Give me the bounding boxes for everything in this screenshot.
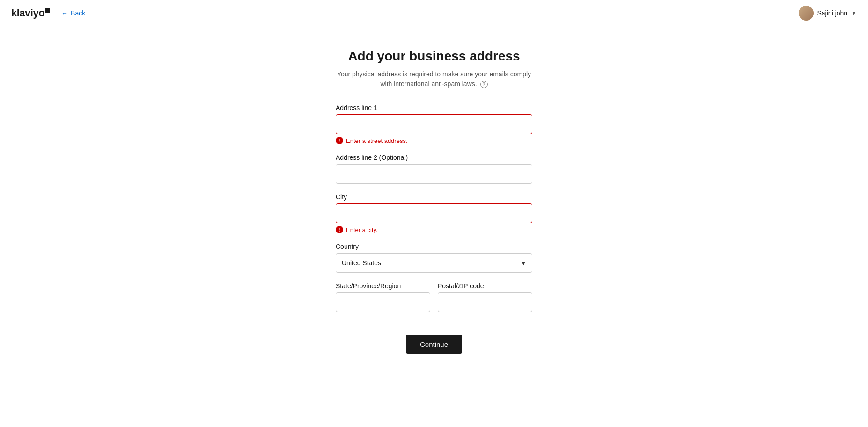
address-line1-group: Address line 1 ! Enter a street address. <box>336 104 532 144</box>
postal-group: Postal/ZIP code <box>438 282 532 312</box>
continue-button[interactable]: Continue <box>406 335 462 354</box>
address-line1-input[interactable] <box>336 114 532 134</box>
country-select[interactable]: United States Canada United Kingdom Aust… <box>336 253 532 273</box>
subtitle-line1: Your physical address is required to mak… <box>337 70 531 78</box>
back-label: Back <box>71 9 85 17</box>
back-link[interactable]: ← Back <box>61 9 85 17</box>
city-input[interactable] <box>336 203 532 223</box>
main-content: Add your business address Your physical … <box>0 26 868 376</box>
postal-input[interactable] <box>438 292 532 312</box>
address-line1-error: ! Enter a street address. <box>336 137 532 144</box>
city-error-text: Enter a city. <box>346 226 378 233</box>
header: klaviyo ← Back Sajini john ▼ <box>0 0 868 26</box>
postal-label: Postal/ZIP code <box>438 282 532 290</box>
city-group: City ! Enter a city. <box>336 193 532 233</box>
user-menu-chevron-icon[interactable]: ▼ <box>851 10 857 16</box>
state-input[interactable] <box>336 292 430 312</box>
address-line2-group: Address line 2 (Optional) <box>336 154 532 184</box>
user-name: Sajini john <box>817 9 848 17</box>
country-label: Country <box>336 243 532 250</box>
logo-text: klaviyo <box>11 7 44 19</box>
logo: klaviyo <box>11 7 50 19</box>
page-title: Add your business address <box>348 49 520 64</box>
help-icon[interactable]: ? <box>480 81 488 88</box>
form-container: Address line 1 ! Enter a street address.… <box>336 104 532 354</box>
city-label: City <box>336 193 532 201</box>
avatar <box>799 6 814 21</box>
state-postal-row: State/Province/Region Postal/ZIP code <box>336 282 532 322</box>
header-left: klaviyo ← Back <box>11 7 85 19</box>
city-error: ! Enter a city. <box>336 226 532 233</box>
country-group: Country United States Canada United King… <box>336 243 532 273</box>
error-icon-city: ! <box>336 226 343 233</box>
back-arrow-icon: ← <box>61 9 68 17</box>
avatar-image <box>799 6 814 21</box>
state-label: State/Province/Region <box>336 282 430 290</box>
state-group: State/Province/Region <box>336 282 430 312</box>
logo-square-icon <box>45 8 50 13</box>
address-line1-label: Address line 1 <box>336 104 532 112</box>
error-icon-address1: ! <box>336 137 343 144</box>
header-right: Sajini john ▼ <box>799 6 857 21</box>
country-select-wrapper: United States Canada United Kingdom Aust… <box>336 253 532 273</box>
subtitle-line2: with international anti-spam laws. <box>380 80 477 88</box>
address-line1-error-text: Enter a street address. <box>346 137 408 144</box>
address-line2-input[interactable] <box>336 164 532 184</box>
page-subtitle: Your physical address is required to mak… <box>337 69 531 89</box>
address-line2-label: Address line 2 (Optional) <box>336 154 532 161</box>
